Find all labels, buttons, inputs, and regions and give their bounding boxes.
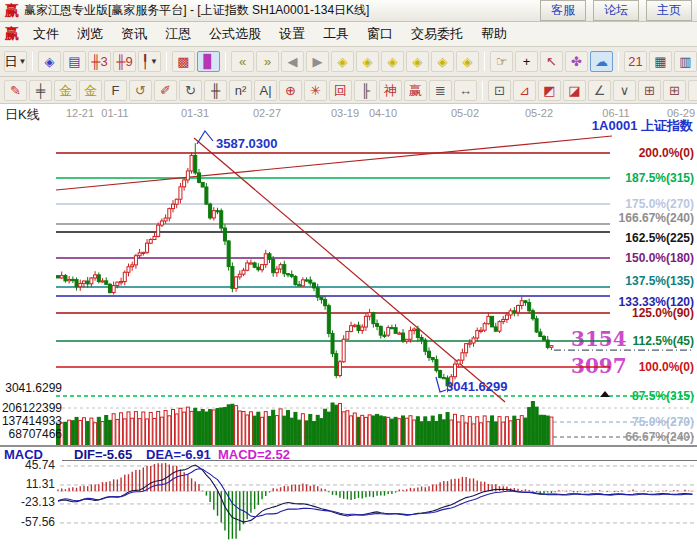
width-measure-icon[interactable]: ↔ xyxy=(454,80,477,101)
brush-tool-icon[interactable]: ✎ xyxy=(4,80,27,101)
square-target-icon[interactable]: 回 xyxy=(329,80,352,101)
candle-style-button[interactable]: ╿▼ xyxy=(138,51,161,72)
gold-grid-icon[interactable]: 金 xyxy=(54,80,77,101)
kline-3-icon[interactable]: ╫3 xyxy=(88,51,111,72)
volume-bar xyxy=(123,419,126,446)
shen-tool-icon[interactable]: 神 xyxy=(379,80,402,101)
gold-grid-2-icon[interactable]: 金 xyxy=(79,80,102,101)
time-cycle-icon[interactable]: ↻ xyxy=(179,80,202,101)
zoom-expand-icon[interactable]: ◈ xyxy=(406,51,429,72)
peak-annotation[interactable]: 3587.0300 xyxy=(216,137,277,151)
gann-fan-icon[interactable]: ⊿ xyxy=(513,80,536,101)
zoom-compress-right-icon[interactable]: ◈ xyxy=(356,51,379,72)
volume-bar xyxy=(468,417,471,446)
spiral-icon[interactable]: ↺ xyxy=(129,80,152,101)
angle-line-icon[interactable]: ∠ xyxy=(588,80,611,101)
h-line-icon[interactable]: ╟ xyxy=(354,80,377,101)
dropdown-arrow-icon[interactable]: ▼ xyxy=(150,58,158,66)
candle-body xyxy=(331,333,334,353)
candle-body xyxy=(346,331,349,339)
chart-canvas[interactable]: 日K线 12-2101-1101-3102-2703-1904-1005-020… xyxy=(0,104,697,545)
candle-body xyxy=(398,333,401,334)
zoom-fit-icon[interactable]: ◈ xyxy=(431,51,454,72)
candle-body xyxy=(413,329,416,331)
fan-box-icon[interactable]: ◩ xyxy=(538,80,561,101)
notebook-icon[interactable]: ▥ xyxy=(674,51,697,72)
volume-bar xyxy=(175,414,178,446)
candle-body xyxy=(465,344,468,353)
candle-body xyxy=(257,267,260,269)
menu-item-8[interactable]: 交易委托 xyxy=(402,25,472,43)
h-line-icon-glyph: ╟ xyxy=(361,84,370,97)
zoom-compress-left-icon[interactable]: ◈ xyxy=(331,51,354,72)
menu-item-6[interactable]: 工具 xyxy=(314,25,358,43)
volume-bar xyxy=(112,414,115,446)
pointer-tool-icon[interactable]: ↖ xyxy=(540,51,563,72)
parallel-lines-icon[interactable]: ∥ xyxy=(688,80,697,101)
volume-bar xyxy=(108,420,111,446)
gann-grid-icon[interactable]: ╪ xyxy=(29,80,52,101)
dropdown-arrow-icon[interactable]: ▼ xyxy=(19,58,27,66)
pen-tool-icon[interactable]: ✐ xyxy=(154,80,177,101)
star-burst-icon[interactable]: ✳ xyxy=(304,80,327,101)
text-annotate-icon[interactable]: A| xyxy=(254,80,277,101)
volume-bar xyxy=(539,415,542,446)
first-page-icon[interactable]: « xyxy=(231,51,254,72)
circle-cross-icon[interactable]: ⊕ xyxy=(279,80,302,101)
last-page-icon[interactable]: » xyxy=(256,51,279,72)
ruler-123-icon[interactable]: ≣ xyxy=(429,80,452,101)
candle-body xyxy=(543,336,546,340)
candle-body xyxy=(283,265,286,274)
menu-item-7[interactable]: 窗口 xyxy=(358,25,402,43)
calendar-21-icon[interactable]: 21 xyxy=(624,51,647,72)
titlebar-button-customer-service[interactable]: 客服 xyxy=(540,0,586,21)
zoom-center-icon[interactable]: ◈ xyxy=(381,51,404,72)
brain-tool-icon[interactable]: ☁ xyxy=(590,51,613,72)
grid-box-2-icon[interactable]: ⊞ xyxy=(663,80,686,101)
menu-item-4[interactable]: 公式选股 xyxy=(200,25,270,43)
volume-bar xyxy=(398,419,401,446)
zoom-all-icon[interactable]: ◈ xyxy=(456,51,479,72)
volume-bar xyxy=(97,417,100,446)
crosshair-tool-icon[interactable]: + xyxy=(515,51,538,72)
candle-body xyxy=(175,199,178,204)
menu-item-1[interactable]: 浏览 xyxy=(68,25,112,43)
titlebar-button-home[interactable]: 主页 xyxy=(646,0,692,21)
volume-bar xyxy=(283,416,286,446)
candle-body xyxy=(112,286,115,293)
box-select-icon[interactable]: ⊡ xyxy=(488,80,511,101)
grid-box-2-icon-glyph: ⊞ xyxy=(669,84,680,97)
v-line-icon[interactable]: ∨ xyxy=(613,80,636,101)
chart-pattern-icon[interactable]: ◈ xyxy=(38,51,61,72)
candle-body xyxy=(357,325,360,330)
fan-box-icon-glyph: ◩ xyxy=(543,84,555,97)
menu-item-3[interactable]: 江恩 xyxy=(156,25,200,43)
gann-shape-icon[interactable]: ▩ xyxy=(172,51,195,72)
menu-item-2[interactable]: 资讯 xyxy=(112,25,156,43)
volume-bar xyxy=(146,419,149,446)
next-bar-icon[interactable]: ▶ xyxy=(306,51,329,72)
flower-tool-icon[interactable]: ✤ xyxy=(565,51,588,72)
gann-level-label: 75.0%(270) xyxy=(632,416,694,429)
menu-bar: 赢 文件浏览资讯江恩公式选股设置工具窗口交易委托帮助 xyxy=(0,22,697,47)
box-fan-icon[interactable]: ◪ xyxy=(563,80,586,101)
period-day-button[interactable]: 日▼ xyxy=(4,51,27,72)
hand-tool-icon[interactable]: ☞ xyxy=(490,51,513,72)
candle-body xyxy=(153,236,156,239)
prev-bar-icon[interactable]: ◀ xyxy=(281,51,304,72)
kline-9-icon[interactable]: ╫9 xyxy=(113,51,136,72)
grid-ruler-icon[interactable]: ╫ xyxy=(204,80,227,101)
titlebar-button-forum[interactable]: 论坛 xyxy=(593,0,639,21)
menu-item-5[interactable]: 设置 xyxy=(270,25,314,43)
info-list-icon[interactable]: ▤ xyxy=(63,51,86,72)
gann-grid-icon-glyph: ╪ xyxy=(36,84,45,97)
n-squared-icon[interactable]: n² xyxy=(229,80,252,101)
low-annotation[interactable]: 3041.6299 xyxy=(446,380,507,394)
menu-item-9[interactable]: 帮助 xyxy=(472,25,516,43)
menu-item-0[interactable]: 文件 xyxy=(24,25,68,43)
grid-box-icon[interactable]: ⊞ xyxy=(638,80,661,101)
f-grid-icon[interactable]: F xyxy=(104,80,127,101)
calculator-icon[interactable]: ▦ xyxy=(649,51,672,72)
color-volume-icon[interactable]: ▊ xyxy=(197,51,220,72)
ying-tool-icon[interactable]: 赢 xyxy=(404,80,427,101)
